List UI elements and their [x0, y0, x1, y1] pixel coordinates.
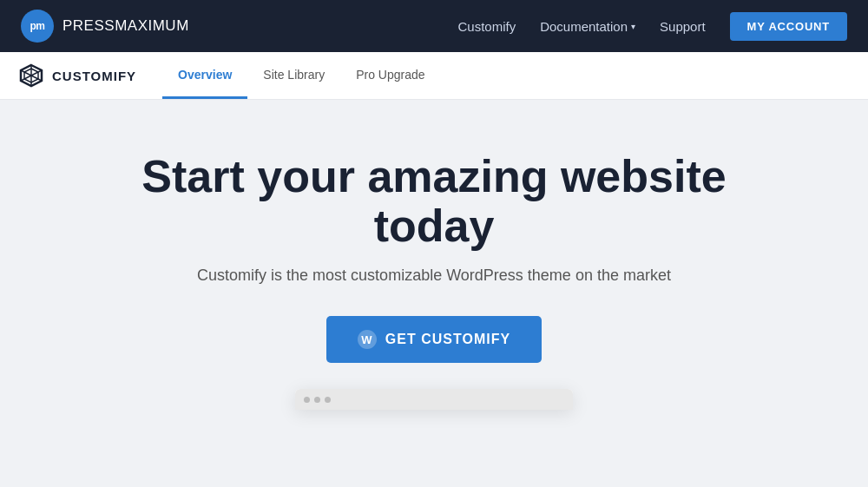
brand-name: PRESSMAXIMUM — [62, 17, 189, 35]
my-account-button[interactable]: MY ACCOUNT — [730, 12, 847, 41]
pm-logo: pm — [21, 10, 54, 43]
wordpress-icon: W — [358, 330, 377, 349]
top-navigation: pm PRESSMAXIMUM Customify Documentation … — [0, 0, 868, 52]
browser-bar — [295, 389, 573, 410]
browser-dot-3 — [325, 397, 331, 403]
hero-title: Start your amazing website today — [87, 152, 781, 251]
tab-site-library[interactable]: Site Library — [247, 52, 340, 99]
customify-logo-area: CUSTOMIFY — [17, 62, 136, 89]
customify-brand-label: CUSTOMIFY — [52, 69, 136, 83]
browser-dot-2 — [314, 397, 320, 403]
chevron-down-icon: ▾ — [631, 22, 635, 31]
brand-area: pm PRESSMAXIMUM — [21, 10, 189, 43]
hero-subtitle: Customify is the most customizable WordP… — [197, 267, 671, 285]
get-customify-button[interactable]: W GET CUSTOMIFY — [326, 316, 542, 363]
hero-section: Start your amazing website today Customi… — [0, 100, 868, 444]
nav-customify[interactable]: Customify — [457, 19, 516, 34]
nav-documentation[interactable]: Documentation ▾ — [540, 19, 635, 34]
sub-nav-tabs: Overview Site Library Pro Upgrade — [162, 52, 440, 99]
customify-brand-icon — [17, 62, 45, 89]
browser-mockup — [295, 389, 573, 410]
nav-support[interactable]: Support — [660, 19, 706, 34]
sub-navigation: CUSTOMIFY Overview Site Library Pro Upgr… — [0, 52, 868, 100]
top-nav-right: Customify Documentation ▾ Support MY ACC… — [457, 12, 847, 41]
browser-mockup-container — [295, 389, 573, 410]
tab-overview[interactable]: Overview — [162, 52, 247, 99]
get-customify-label: GET CUSTOMIFY — [385, 332, 510, 347]
browser-dot-1 — [304, 397, 310, 403]
tab-pro-upgrade[interactable]: Pro Upgrade — [340, 52, 440, 99]
